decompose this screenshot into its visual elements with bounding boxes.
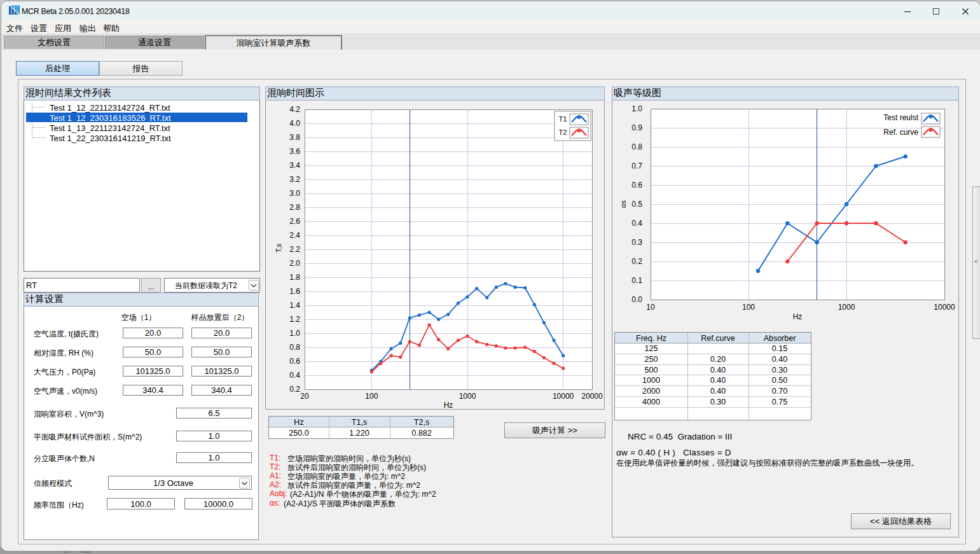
svg-text:T1: T1 [559,115,567,123]
svg-text:0.7: 0.7 [631,162,642,170]
svg-text:Ref. curve: Ref. curve [883,128,918,137]
svg-text:10: 10 [646,303,655,312]
svg-text:T2: T2 [559,128,567,136]
svg-text:2.4: 2.4 [289,231,300,240]
svg-text:3.6: 3.6 [289,147,300,156]
svg-text:0.4: 0.4 [289,371,300,380]
svg-text:0.1: 0.1 [631,276,642,285]
svg-text:3.2: 3.2 [289,175,300,184]
svg-text:2.0: 2.0 [289,259,300,268]
svg-text:2.6: 2.6 [289,217,300,226]
svg-text:1.6: 1.6 [289,287,300,296]
svg-text:2.2: 2.2 [289,245,300,254]
svg-text:0.8: 0.8 [631,142,642,151]
svg-text:1.0: 1.0 [631,104,642,113]
svg-text:0.6: 0.6 [289,357,300,366]
svg-text:1000: 1000 [838,303,855,312]
svg-text:1.8: 1.8 [289,273,300,282]
svg-text:0.4: 0.4 [631,219,642,228]
svg-text:3.4: 3.4 [289,161,300,170]
svg-text:100: 100 [365,392,378,401]
svg-text:20: 20 [300,392,309,401]
svg-text:0.5: 0.5 [631,200,642,209]
svg-text:αs: αs [619,200,627,208]
svg-text:2.8: 2.8 [289,203,300,212]
svg-text:4.0: 4.0 [289,119,300,128]
svg-text:0.6: 0.6 [631,181,642,190]
svg-text:10000: 10000 [934,303,955,312]
svg-text:T,s: T,s [275,243,282,253]
svg-text:Hz: Hz [444,401,453,410]
svg-text:1.2: 1.2 [289,315,300,324]
svg-text:0.3: 0.3 [631,238,642,247]
svg-text:10000: 10000 [553,392,574,401]
svg-text:0.2: 0.2 [631,257,642,266]
svg-text:Test reulst: Test reulst [883,113,918,122]
svg-text:0.9: 0.9 [631,123,642,132]
svg-text:1.0: 1.0 [289,329,300,338]
svg-text:20000: 20000 [581,392,603,401]
svg-text:0.0: 0.0 [631,295,642,304]
svg-text:3.8: 3.8 [289,133,300,142]
svg-text:0.8: 0.8 [289,343,300,352]
svg-text:3.0: 3.0 [289,189,300,198]
svg-text:4.2: 4.2 [289,105,300,114]
svg-text:100: 100 [742,303,755,312]
svg-text:1.4: 1.4 [289,301,300,310]
svg-text:0.2: 0.2 [289,385,300,394]
svg-text:1000: 1000 [459,392,476,401]
svg-text:Hz: Hz [793,312,803,321]
